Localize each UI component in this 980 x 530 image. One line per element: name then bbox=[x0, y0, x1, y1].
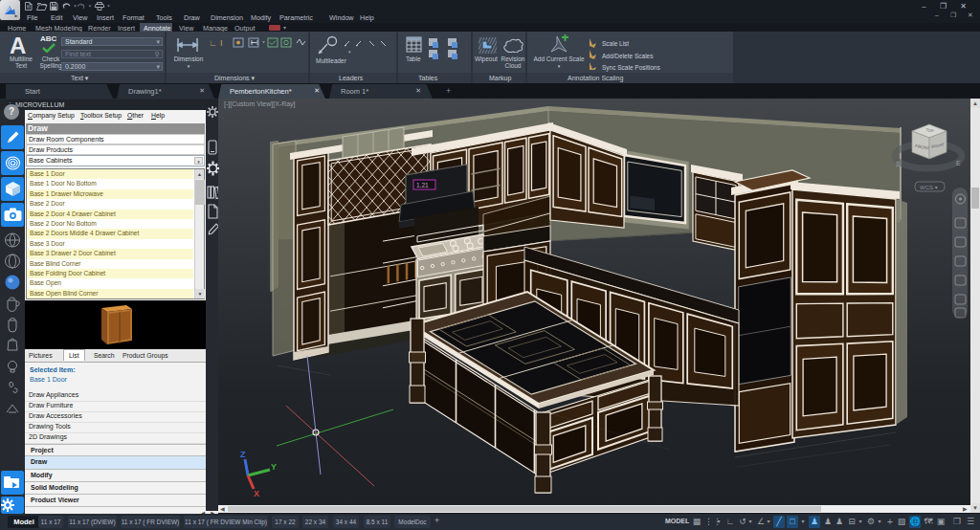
svg-text:Z: Z bbox=[240, 450, 246, 459]
svg-text:E: E bbox=[956, 160, 961, 166]
svg-text:1.21: 1.21 bbox=[416, 182, 429, 188]
svg-text:Y: Y bbox=[271, 462, 277, 472]
svg-text:S: S bbox=[896, 161, 901, 167]
svg-text:∟: ∟ bbox=[209, 38, 217, 48]
svg-text:I: I bbox=[220, 38, 223, 48]
svg-text:X: X bbox=[254, 489, 259, 498]
svg-text:▾: ▾ bbox=[348, 49, 351, 55]
svg-text:WCS ▾: WCS ▾ bbox=[920, 185, 938, 190]
